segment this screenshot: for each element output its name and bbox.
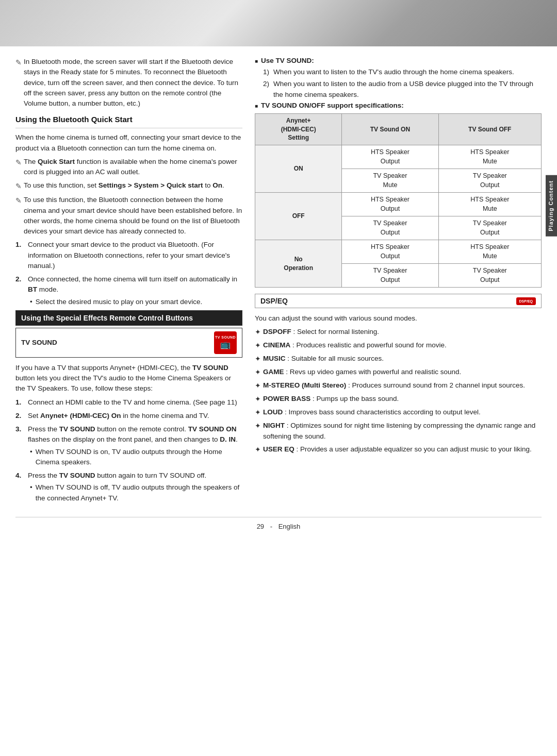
note-1: ✎ The Quick Start function is available …: [15, 157, 242, 178]
footer: 29 - English: [15, 517, 542, 539]
use-tv-sound-list: 1) When you want to listen to the TV's a…: [263, 67, 542, 100]
dsp-eq-btn-label: DSP/EQ: [519, 299, 533, 303]
note-icon: ✎: [15, 57, 22, 68]
tv-sound-button[interactable]: TV SOUND 📺: [214, 331, 237, 354]
footer-separator: -: [270, 523, 272, 530]
cell-noop-hts-on: HTS SpeakerOutput: [342, 240, 438, 264]
tv-sound-specs-label: TV SOUND ON/OFF support specifications:: [261, 102, 404, 109]
header-bar: [0, 0, 557, 46]
table-row: NoOperation HTS SpeakerOutput HTS Speake…: [255, 240, 542, 264]
left-column: ✎ In Bluetooth mode, the screen saver wi…: [15, 57, 242, 507]
cell-off-hts-off: HTS SpeakerMute: [438, 193, 541, 216]
col-header-setting: Anynet+(HDMI-CEC)Setting: [255, 113, 342, 145]
step2-4: 4. Press the TV SOUND button again to tu…: [15, 471, 242, 503]
steps-list-2: 1. Connect an HDMI cable to the TV and h…: [15, 397, 242, 503]
cell-noop-tv-off: TV SpeakerOutput: [438, 264, 541, 288]
cell-noop-tv-on: TV SpeakerOutput: [342, 264, 438, 288]
dsp-eq-button[interactable]: DSP/EQ: [516, 297, 536, 305]
note-3: ✎ To use this function, the Bluetooth co…: [15, 195, 242, 237]
cell-noop-hts-off: HTS SpeakerMute: [438, 240, 541, 264]
playing-content-tab: Playing Content: [546, 175, 557, 237]
dsp-item-night: ✦ NIGHT : Optimizes sound for night time…: [255, 421, 542, 442]
step2-3-sub: When TV SOUND is on, TV audio outputs th…: [30, 447, 242, 468]
section1-intro: When the home cinema is turned off, conn…: [15, 132, 242, 154]
use-tv-item-1: 1) When you want to listen to the TV's a…: [263, 67, 542, 77]
section2-heading: Using the Special Effects Remote Control…: [15, 310, 242, 326]
dsp-item-loud: ✦ LOUD : Improves bass sound characteris…: [255, 407, 542, 418]
dsp-item-power-bass: ✦ POWER BASS : Pumps up the bass sound.: [255, 394, 542, 405]
tv-sound-label: TV SOUND: [21, 339, 57, 346]
step2-2: 2. Set Anynet+ (HDMI-CEC) On in the home…: [15, 411, 242, 421]
section1-heading: Using the Bluetooth Quick Start: [15, 115, 242, 124]
note-icon-2: ✎: [15, 181, 22, 192]
right-column: Use TV SOUND: 1) When you want to listen…: [255, 57, 542, 507]
note-text-2: To use this function, set Settings > Sys…: [24, 180, 242, 191]
dsp-item-user-eq: ✦ USER EQ : Provides a user adjustable e…: [255, 444, 542, 455]
note-text-3: To use this function, the Bluetooth conn…: [24, 195, 242, 237]
cell-off-hts-on: HTS SpeakerOutput: [342, 193, 438, 216]
note-icon-3: ✎: [15, 195, 22, 206]
step-2-sub: Select the desired music to play on your…: [30, 297, 242, 307]
table-row: ON HTS SpeakerOutput HTS SpeakerMute: [255, 145, 542, 169]
note-icon-1: ✎: [15, 157, 22, 168]
row-on: ON: [255, 145, 342, 193]
cell-off-tv-off: TV SpeakerOutput: [438, 216, 541, 240]
dsp-eq-row: DSP/EQ DSP/EQ: [255, 294, 542, 308]
dsp-item-mstereo: ✦ M-STEREO (Multi Stereo) : Produces sur…: [255, 380, 542, 391]
cell-on-hts-off: HTS SpeakerMute: [438, 145, 541, 169]
sound-table: Anynet+(HDMI-CEC)Setting TV Sound ON TV …: [255, 113, 542, 288]
step2-4-sub: When TV SOUND is off, TV audio outputs t…: [30, 482, 242, 503]
table-row: OFF HTS SpeakerOutput HTS SpeakerMute: [255, 193, 542, 216]
tv-sound-box: TV SOUND TV SOUND 📺: [15, 328, 242, 358]
step-1: 1. Connect your smart device to the prod…: [15, 240, 242, 271]
cell-on-tv-on: TV SpeakerMute: [342, 169, 438, 193]
cell-off-tv-on: TV SpeakerOutput: [342, 216, 438, 240]
col-header-off: TV Sound OFF: [438, 113, 541, 145]
step-2: 2. Once connected, the home cinema will …: [15, 274, 242, 307]
steps-list-1: 1. Connect your smart device to the prod…: [15, 240, 242, 307]
dsp-item-music: ✦ MUSIC : Suitable for all music sources…: [255, 354, 542, 364]
tv-sound-intro: If you have a TV that supports Anynet+ (…: [15, 363, 242, 394]
note-text-1: The Quick Start function is available wh…: [24, 157, 242, 178]
step2-3: 3. Press the TV SOUND button on the remo…: [15, 424, 242, 467]
use-tv-sound-label: Use TV SOUND:: [261, 57, 314, 64]
dsp-item-dspoff: ✦ DSPOFF : Select for normal listening.: [255, 327, 542, 338]
dsp-eq-label: DSP/EQ: [260, 297, 288, 305]
bluetooth-note: ✎ In Bluetooth mode, the screen saver wi…: [15, 57, 242, 109]
page-content: ✎ In Bluetooth mode, the screen saver wi…: [0, 46, 557, 517]
note-2: ✎ To use this function, set Settings > S…: [15, 180, 242, 192]
dsp-item-cinema: ✦ CINEMA : Produces realistic and powerf…: [255, 340, 542, 351]
section1-hr: [15, 128, 242, 128]
footer-lang: English: [278, 523, 301, 530]
dsp-item-game: ✦ GAME : Revs up video games with powerf…: [255, 367, 542, 378]
dsp-items-list: ✦ DSPOFF : Select for normal listening. …: [255, 327, 542, 455]
row-off: OFF: [255, 193, 342, 240]
bluetooth-note-text: In Bluetooth mode, the screen saver will…: [24, 57, 242, 109]
tv-icon: 📺: [220, 340, 231, 349]
row-no-op: NoOperation: [255, 240, 342, 288]
use-tv-sound-header: Use TV SOUND:: [255, 57, 542, 64]
dsp-intro: You can adjust the sound with various so…: [255, 313, 542, 324]
col-header-on: TV Sound ON: [342, 113, 438, 145]
page-number: 29: [257, 523, 264, 530]
table-header-row: Anynet+(HDMI-CEC)Setting TV Sound ON TV …: [255, 113, 542, 145]
cell-on-hts-on: HTS SpeakerOutput: [342, 145, 438, 169]
step2-1: 1. Connect an HDMI cable to the TV and h…: [15, 397, 242, 408]
tv-sound-specs-header: TV SOUND ON/OFF support specifications:: [255, 102, 542, 109]
cell-on-tv-off: TV SpeakerOutput: [438, 169, 541, 193]
use-tv-item-2: 2) When you want to listen to the audio …: [263, 79, 542, 100]
